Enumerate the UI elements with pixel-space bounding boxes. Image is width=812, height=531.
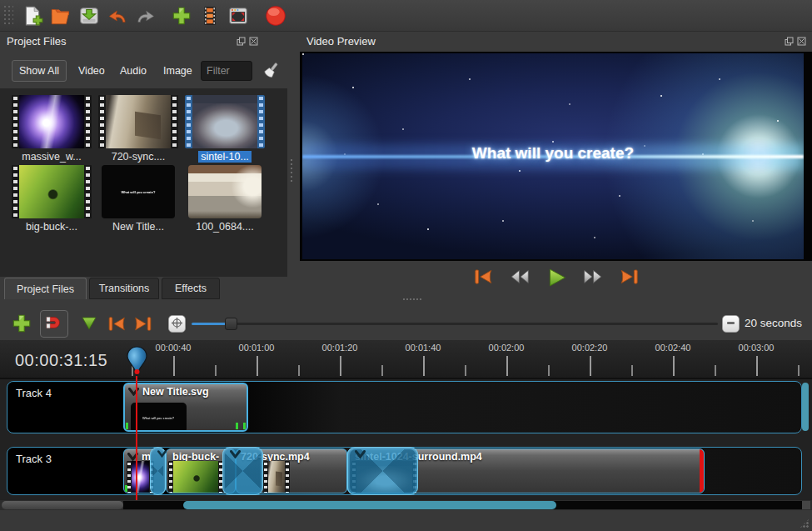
project-files-panel: Project Files Show All Video Audio Image… — [0, 32, 287, 308]
zoom-slider[interactable] — [192, 323, 718, 325]
ruler-tick — [423, 356, 425, 376]
tab-effects[interactable]: Effects — [162, 278, 220, 299]
panel-title: Project Files — [7, 35, 67, 48]
filter-tab-show-all[interactable]: Show All — [12, 60, 67, 82]
open-project-button[interactable] — [47, 3, 74, 29]
clip-end-marker[interactable] — [700, 449, 704, 493]
file-item-big-buck[interactable]: big-buck-... — [12, 165, 92, 233]
vertical-scrollbar-thumb[interactable] — [802, 383, 809, 431]
new-project-button[interactable] — [19, 3, 46, 29]
panel-splitter-vertical[interactable] — [290, 158, 293, 182]
fullscreen-button[interactable] — [225, 3, 252, 29]
center-playhead-button[interactable] — [168, 315, 186, 333]
import-files-icon — [171, 5, 192, 27]
filter-input[interactable] — [201, 61, 252, 81]
ruler-tick-label: 00:02:00 — [489, 343, 525, 353]
ruler-tick-label: 00:01:40 — [406, 343, 441, 353]
filter-tab-audio[interactable]: Audio — [115, 60, 152, 82]
video-preview-panel: Video Preview What will you create? — [300, 32, 812, 308]
playback-controls — [300, 261, 812, 294]
import-files-button[interactable] — [168, 3, 195, 29]
keyframe-marker — [125, 485, 127, 492]
file-item-new-title[interactable]: What will you create? New Title... — [98, 165, 178, 233]
playhead-line — [136, 376, 137, 500]
ruler-tick — [756, 356, 758, 376]
horizontal-scrollbar-thumb[interactable] — [183, 501, 556, 509]
redo-icon — [135, 5, 157, 27]
chevron-down-icon[interactable] — [128, 388, 139, 396]
save-project-button[interactable] — [76, 3, 102, 29]
snapping-toggle-button[interactable] — [40, 310, 68, 338]
float-panel-icon[interactable] — [785, 37, 794, 46]
zoom-out-button[interactable] — [722, 315, 740, 333]
ruler-tick — [257, 356, 258, 376]
timeline-horizontal-scrollbar[interactable] — [0, 500, 812, 510]
zoom-slider-handle[interactable] — [225, 318, 237, 330]
next-marker-icon — [132, 313, 155, 334]
chevron-down-icon[interactable] — [230, 450, 241, 458]
clip-new-title[interactable]: New Title.svg What will you create? — [123, 383, 248, 432]
stars-decoration — [302, 53, 304, 55]
redo-button[interactable] — [132, 3, 159, 29]
export-video-icon — [264, 4, 287, 28]
file-label: 100_0684.... — [185, 221, 265, 233]
magnet-icon — [44, 313, 64, 333]
add-track-button[interactable] — [10, 313, 33, 336]
keyframe-marker — [236, 423, 238, 429]
playhead-marker[interactable] — [126, 346, 148, 379]
toolbar-drag-handle[interactable] — [3, 5, 13, 27]
file-thumbnail: What will you create? — [102, 165, 175, 218]
file-label: big-buck-... — [12, 221, 92, 233]
transition-3[interactable] — [347, 447, 418, 495]
ruler-tick — [798, 365, 800, 376]
filter-tab-video[interactable]: Video — [73, 60, 110, 82]
tab-project-files[interactable]: Project Files — [4, 278, 87, 299]
close-panel-icon[interactable] — [797, 37, 806, 46]
chevron-down-icon[interactable] — [355, 450, 366, 458]
add-marker-button[interactable] — [78, 314, 100, 334]
video-frame: What will you create? — [302, 53, 804, 259]
transition-2[interactable] — [222, 447, 263, 495]
window-resize-grip[interactable] — [800, 518, 810, 528]
keyframe-marker — [243, 423, 246, 429]
chevron-down-icon[interactable] — [157, 450, 167, 458]
filter-tab-image[interactable]: Image — [158, 60, 197, 82]
panel-tabs: Project Files Transitions Effects — [0, 277, 287, 300]
video-preview-area[interactable]: What will you create? — [300, 52, 812, 261]
jump-to-end-icon — [617, 266, 642, 288]
zoom-level-label: 20 seconds — [745, 317, 802, 329]
file-item-720-sync[interactable]: 720-sync.... — [98, 95, 178, 163]
ruler-tick — [715, 365, 716, 376]
clip-thumbnail: What will you create? — [131, 403, 187, 432]
video-preview-header: Video Preview — [300, 32, 812, 52]
undo-button[interactable] — [104, 3, 131, 29]
fullscreen-icon — [227, 5, 249, 27]
play-button[interactable] — [543, 266, 570, 289]
file-item-massive[interactable]: massive_w... — [12, 95, 92, 163]
minus-icon — [725, 318, 736, 328]
float-panel-icon[interactable] — [237, 37, 246, 46]
previous-marker-button[interactable] — [105, 313, 128, 335]
project-files-header: Project Files — [0, 32, 287, 52]
file-item-100-0684[interactable]: 100_0684.... — [185, 165, 265, 233]
playhead-timestamp: 00:00:31:15 — [15, 351, 107, 370]
timeline-ruler[interactable]: 00:00:31:15 00:00:40 00:01:00 00:01:20 0… — [0, 340, 812, 379]
clear-filter-button[interactable] — [255, 59, 278, 83]
ruler-tick — [215, 365, 217, 376]
tab-transitions[interactable]: Transitions — [89, 278, 159, 299]
jump-to-end-button[interactable] — [616, 266, 643, 289]
jump-to-start-button[interactable] — [470, 266, 496, 289]
close-panel-icon[interactable] — [249, 37, 258, 46]
tracks-vertical-scrollbar[interactable] — [802, 381, 809, 498]
rewind-button[interactable] — [506, 266, 533, 289]
center-playhead-icon — [171, 317, 183, 329]
export-video-button[interactable] — [262, 3, 289, 29]
file-thumbnail — [188, 165, 262, 218]
fast-forward-button[interactable] — [580, 266, 606, 289]
transition-1[interactable] — [150, 447, 166, 495]
next-marker-button[interactable] — [132, 313, 155, 335]
track-name: Track 4 — [16, 387, 52, 399]
brush-icon — [260, 60, 281, 82]
file-item-sintel[interactable]: sintel-10... — [185, 95, 265, 163]
choose-profile-button[interactable] — [197, 3, 223, 29]
